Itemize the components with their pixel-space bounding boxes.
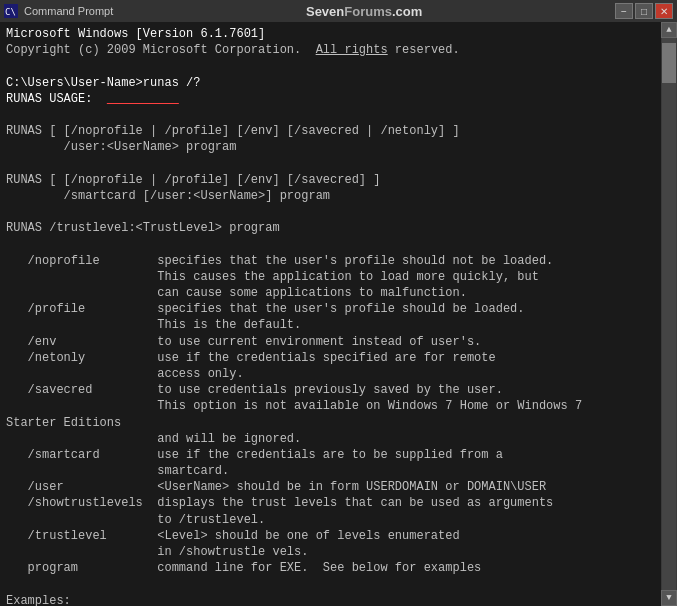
logo-seven: Seven	[306, 4, 344, 19]
scrollbar-track	[662, 38, 676, 590]
logo-forums: Forums	[344, 4, 392, 19]
cmd-window: Microsoft Windows [Version 6.1.7601] Cop…	[0, 22, 677, 606]
logo-com: .com	[392, 4, 422, 19]
cmd-icon: C\	[4, 4, 18, 18]
minimize-button[interactable]: −	[615, 3, 633, 19]
window-controls: − □ ✕	[615, 3, 673, 19]
scroll-down-button[interactable]: ▼	[661, 590, 677, 606]
title-bar: C\ Command Prompt SevenForums.com − □ ✕	[0, 0, 677, 22]
cmd-output[interactable]: Microsoft Windows [Version 6.1.7601] Cop…	[0, 22, 661, 606]
window-title: Command Prompt	[24, 5, 113, 17]
close-button[interactable]: ✕	[655, 3, 673, 19]
scroll-up-button[interactable]: ▲	[661, 22, 677, 38]
site-logo: SevenForums.com	[113, 4, 615, 19]
maximize-button[interactable]: □	[635, 3, 653, 19]
scrollbar[interactable]: ▲ ▼	[661, 22, 677, 606]
scrollbar-thumb[interactable]	[662, 43, 676, 83]
title-bar-left: C\ Command Prompt	[4, 4, 113, 18]
svg-text:C\: C\	[5, 7, 16, 17]
